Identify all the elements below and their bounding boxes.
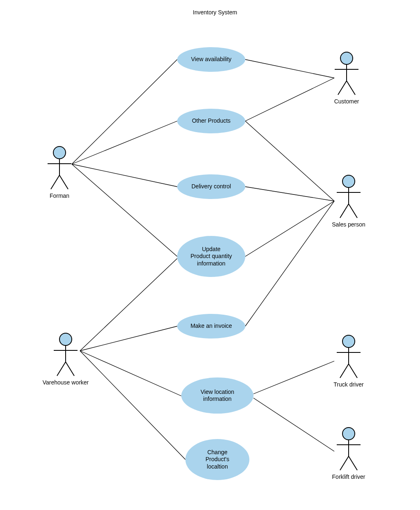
svg-point-20	[342, 335, 355, 348]
actor-label: Sales person	[328, 221, 369, 228]
actor-customer: Customer	[328, 51, 365, 105]
stick-figure-icon	[334, 334, 363, 380]
edge-varehouse-changeloc	[80, 351, 185, 460]
usecase-label: Make an invoice	[190, 322, 232, 330]
usecase-delivery-control: Delivery control	[177, 174, 245, 199]
edge-sales-updateqty	[245, 201, 334, 256]
stick-figure-icon	[334, 427, 363, 472]
usecase-label: Delivery control	[192, 183, 231, 190]
svg-line-23	[340, 364, 349, 378]
usecase-label: ChangeProduct'slocaltion	[205, 449, 229, 471]
svg-line-3	[51, 175, 59, 189]
actor-varehouse-worker: Varehouse worker	[41, 332, 90, 386]
edge-forklift-viewloc	[253, 398, 334, 451]
edge-sales-otherprod	[245, 121, 334, 201]
svg-line-13	[338, 81, 347, 95]
svg-point-0	[53, 146, 66, 159]
edge-forman-otherprod	[72, 121, 177, 164]
actor-label: Varehouse worker	[41, 379, 90, 386]
stick-figure-icon	[332, 51, 361, 96]
usecase-update-quantity: UpdateProduct quantityinformation	[177, 236, 245, 277]
usecase-label: Other Products	[192, 117, 231, 125]
svg-line-28	[340, 456, 349, 470]
usecase-label: UpdateProduct quantityinformation	[190, 246, 232, 268]
diagram-canvas: Inventory System View availability Other…	[0, 0, 420, 510]
actor-label: Forman	[41, 192, 78, 199]
actor-label: Forklift driver	[328, 473, 369, 480]
svg-line-8	[57, 362, 66, 376]
diagram-title: Inventory System	[193, 9, 237, 16]
actor-forman: Forman	[41, 146, 78, 199]
actor-truck-driver: Truck driver	[328, 334, 369, 388]
svg-line-14	[347, 81, 355, 95]
edge-customer-viewavail	[245, 59, 334, 78]
stick-figure-icon	[45, 146, 74, 191]
usecase-other-products: Other Products	[177, 109, 245, 133]
usecase-change-location: ChangeProduct'slocaltion	[185, 439, 249, 480]
svg-line-19	[349, 204, 357, 218]
svg-point-25	[342, 428, 355, 440]
edge-forman-updateqty	[72, 164, 177, 256]
usecase-make-invoice: Make an invoice	[177, 314, 245, 338]
edge-sales-invoice	[245, 201, 334, 326]
edge-varehouse-invoice	[80, 326, 177, 351]
edge-sales-delivery	[245, 187, 334, 201]
svg-point-5	[59, 333, 72, 345]
actor-label: Customer	[328, 98, 365, 105]
edge-varehouse-viewloc	[80, 351, 181, 396]
svg-line-18	[340, 204, 349, 218]
usecase-label: View locationinformation	[201, 389, 234, 403]
usecase-view-availability: View availability	[177, 47, 245, 72]
stick-figure-icon	[51, 332, 80, 377]
actor-forklift-driver: Forklift driver	[328, 427, 369, 480]
svg-line-29	[349, 456, 357, 470]
svg-line-4	[59, 175, 68, 189]
usecase-view-location: View locationinformation	[181, 377, 253, 414]
actor-sales-person: Sales person	[328, 174, 369, 228]
svg-point-15	[342, 175, 355, 188]
actor-label: Truck driver	[328, 381, 369, 388]
stick-figure-icon	[334, 174, 363, 220]
svg-line-24	[349, 364, 357, 378]
edge-varehouse-updateqty	[80, 258, 177, 351]
svg-point-10	[340, 52, 353, 64]
edge-forman-viewavail	[72, 59, 177, 164]
edge-forman-delivery	[72, 164, 177, 187]
svg-line-9	[66, 362, 74, 376]
edge-truck-viewloc	[253, 361, 334, 394]
usecase-label: View availability	[191, 56, 232, 63]
edge-customer-otherprod	[245, 78, 334, 121]
